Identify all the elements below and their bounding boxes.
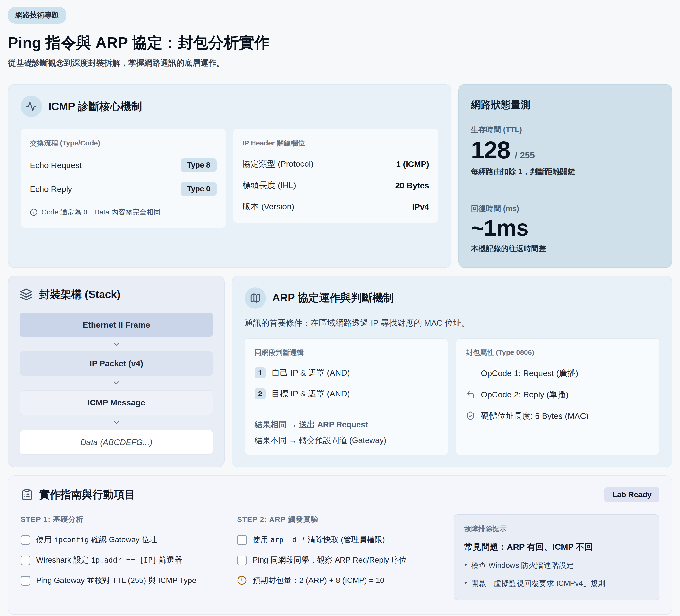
tip-item-text: 檢查 Windows 防火牆進階設定 [472, 560, 574, 570]
checklist-item: 使用 ipconfig 確認 Gateway 位址 [21, 535, 226, 545]
logic-result-diff: 結果不同 → 轉交預設閘道 (Gateway) [255, 435, 438, 446]
ttl-label: 生存時間 (TTL) [471, 124, 659, 135]
icmp-subcards: 交換流程 (Type/Code) Echo Request Type 8 Ech… [21, 129, 438, 228]
ipheader-row-label: 標頭長度 (IHL) [243, 180, 296, 191]
ipheader-row-value: IPv4 [412, 202, 429, 212]
icmp-card-title: ICMP 診斷核心機制 [48, 99, 142, 114]
packet-row: OpCode 2: Reply (單播) [466, 389, 649, 400]
type-badge: Type 8 [181, 158, 217, 172]
page: 網路技術專題 Ping 指令與 ARP 協定：封包分析實作 從基礎診斷觀念到深度… [0, 0, 680, 615]
packet-label: 封包屬性 (Type 0806) [466, 348, 649, 358]
packet-row-text: 硬體位址長度: 6 Bytes (MAC) [481, 411, 589, 422]
guide-card-title: 實作指南與行動項目 [39, 487, 135, 502]
tip-item: • 檢查 Windows 防火牆進階設定 [464, 560, 649, 570]
clipboard-list-icon [21, 488, 33, 501]
tip-item-text: 開啟「虛擬監視回覆要求 ICMPv4」規則 [472, 578, 606, 589]
tips-label: 故障排除提示 [464, 524, 649, 534]
checklist-item: 使用 arp -d * 清除快取 (管理員權限) [237, 535, 443, 545]
step2-label: STEP 2: ARP 觸發實驗 [237, 514, 443, 525]
alert-circle-icon [237, 576, 247, 585]
packet-box: 封包屬性 (Type 0806) OpCode 1: Request (廣播) … [456, 338, 659, 455]
row-icmp-status: ICMP 診斷核心機制 交換流程 (Type/Code) Echo Reques… [8, 84, 672, 268]
status-card: 網路狀態量測 生存時間 (TTL) 128 / 255 每經路由扣除 1，判斷距… [458, 84, 672, 268]
stack-layer: ICMP Message [20, 390, 213, 415]
ttl-caption: 每經路由扣除 1，判斷距離關鍵 [471, 167, 659, 177]
logic-step-text: 目標 IP & 遮罩 (AND) [272, 388, 350, 399]
step-number-badge: 1 [255, 367, 266, 379]
packet-row-text: OpCode 2: Reply (單播) [481, 389, 569, 400]
step-number-badge: 2 [255, 388, 266, 399]
arp-boxes: 同網段判斷邏輯 1 自己 IP & 遮罩 (AND) 2 目標 IP & 遮罩 … [245, 338, 659, 455]
exchange-row: Echo Request Type 8 [30, 158, 217, 172]
step1-column: STEP 1: 基礎分析 使用 ipconfig 確認 Gateway 位址 W… [21, 514, 226, 586]
ipheader-row-value: 20 Bytes [395, 181, 429, 190]
chevron-down-icon [20, 337, 213, 352]
stack-card-title: 封裝架構 (Stack) [39, 287, 120, 302]
topic-badge: 網路技術專題 [8, 7, 66, 24]
rtt-metric: ~1ms [471, 216, 659, 240]
guide-card-header: 實作指南與行動項目 Lab Ready [21, 487, 659, 502]
tips-headline: 常見問題：ARP 有回、ICMP 不回 [464, 541, 649, 553]
chevron-down-icon [20, 375, 213, 390]
page-title: Ping 指令與 ARP 協定：封包分析實作 [8, 32, 672, 53]
status-divider [471, 190, 659, 191]
ipheader-row: 版本 (Version) IPv4 [243, 201, 429, 212]
guide-columns: STEP 1: 基礎分析 使用 ipconfig 確認 Gateway 位址 W… [21, 514, 659, 600]
activity-icon [21, 96, 42, 117]
logic-box: 同網段判斷邏輯 1 自己 IP & 遮罩 (AND) 2 目標 IP & 遮罩 … [245, 338, 448, 455]
stack-card: 封裝架構 (Stack) Ethernet II Frame IP Packet… [8, 276, 225, 467]
checklist-item: Ping Gateway 並核對 TTL (255) 與 ICMP Type [21, 576, 226, 586]
expected-packet-text: 預期封包量：2 (ARP) + 8 (ICMP) = 10 [253, 576, 384, 586]
checkbox[interactable] [21, 556, 30, 565]
ipheader-row: 協定類型 (Protocol) 1 (ICMP) [243, 158, 429, 170]
status-card-title: 網路狀態量測 [471, 98, 659, 111]
bullet-icon: • [464, 560, 467, 569]
stack-layer: Ethernet II Frame [20, 313, 213, 337]
ipheader-label: IP Header 關鍵欄位 [243, 138, 429, 148]
checkbox[interactable] [21, 576, 30, 586]
arp-card-title: ARP 協定運作與判斷機制 [272, 291, 394, 305]
packet-row-text: OpCode 1: Request (廣播) [481, 368, 578, 379]
checklist-item: Ping 同網段同學，觀察 ARP Req/Reply 序位 [237, 555, 443, 565]
checklist-item-text: 使用 arp -d * 清除快取 (管理員權限) [253, 535, 385, 545]
checkbox[interactable] [237, 556, 247, 565]
logic-divider [255, 410, 438, 410]
ttl-metric: 128 / 255 [471, 137, 659, 163]
rtt-value: ~1ms [471, 216, 529, 240]
logic-step-text: 自己 IP & 遮罩 (AND) [272, 367, 350, 379]
arp-card-header: ARP 協定運作與判斷機制 [245, 287, 659, 309]
exchange-note: Code 通常為 0，Data 內容需完全相同 [41, 207, 161, 217]
exchange-row-label: Echo Reply [30, 185, 72, 194]
layers-icon [20, 288, 33, 301]
arp-card: ARP 協定運作與判斷機制 通訊的首要條件：在區域網路透過 IP 尋找對應的 M… [232, 276, 672, 467]
reply-arrow-icon [466, 390, 476, 399]
ipheader-subcard: IP Header 關鍵欄位 協定類型 (Protocol) 1 (ICMP) … [233, 129, 438, 223]
checklist-item: Wireshark 設定 ip.addr == [IP] 篩選器 [21, 555, 226, 565]
checklist-item-text: Ping 同網段同學，觀察 ARP Req/Reply 序位 [253, 555, 406, 565]
exchange-row: Echo Reply Type 0 [30, 182, 217, 196]
exchange-note-row: Code 通常為 0，Data 內容需完全相同 [30, 207, 217, 217]
exchange-subcard: 交換流程 (Type/Code) Echo Request Type 8 Ech… [21, 129, 226, 228]
ipheader-row-label: 版本 (Version) [243, 201, 294, 212]
logic-step: 1 自己 IP & 遮罩 (AND) [255, 367, 438, 379]
stack-layer-data: Data (ABCDEFG...) [20, 430, 213, 455]
guide-card: 實作指南與行動項目 Lab Ready STEP 1: 基礎分析 使用 ipco… [8, 475, 672, 615]
exchange-row-label: Echo Request [30, 161, 82, 170]
spacer-icon [466, 368, 476, 378]
packet-row: 硬體位址長度: 6 Bytes (MAC) [466, 411, 649, 422]
rtt-caption: 本機記錄的往返時間差 [471, 244, 659, 254]
row-stack-arp: 封裝架構 (Stack) Ethernet II Frame IP Packet… [8, 276, 672, 467]
lab-ready-badge: Lab Ready [604, 487, 659, 502]
logic-label: 同網段判斷邏輯 [255, 348, 438, 358]
checklist-item-text: 使用 ipconfig 確認 Gateway 位址 [36, 535, 157, 545]
ttl-value: 128 [471, 137, 510, 163]
troubleshooting-box: 故障排除提示 常見問題：ARP 有回、ICMP 不回 • 檢查 Windows … [454, 514, 659, 600]
checkbox[interactable] [21, 535, 30, 545]
stack-card-header: 封裝架構 (Stack) [20, 287, 213, 302]
expected-packet-note: 預期封包量：2 (ARP) + 8 (ICMP) = 10 [237, 576, 443, 586]
arp-subtitle: 通訊的首要條件：在區域網路透過 IP 尋找對應的 MAC 位址。 [245, 317, 659, 329]
icmp-card: ICMP 診斷核心機制 交換流程 (Type/Code) Echo Reques… [8, 84, 451, 268]
ttl-max: / 255 [515, 150, 535, 161]
ipheader-row-value: 1 (ICMP) [396, 159, 429, 169]
checkbox[interactable] [237, 535, 247, 545]
